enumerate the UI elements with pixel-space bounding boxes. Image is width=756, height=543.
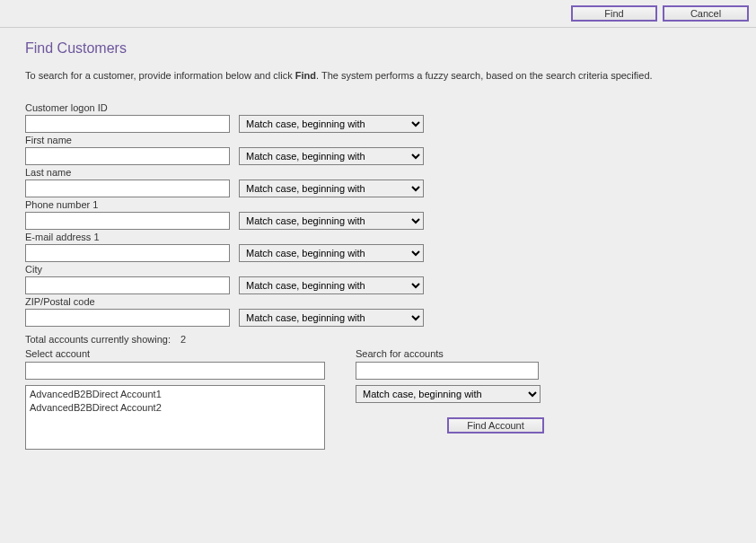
find-account-row: Find Account xyxy=(356,417,544,434)
accounts-right: Search for accounts Match case, beginnin… xyxy=(356,348,544,434)
intro-text: To search for a customer, provide inform… xyxy=(25,69,731,83)
cancel-button[interactable]: Cancel xyxy=(663,5,749,22)
city-label: City xyxy=(25,264,731,275)
last-name-input[interactable] xyxy=(25,180,230,197)
find-account-button[interactable]: Find Account xyxy=(447,417,544,434)
zip-label: ZIP/Postal code xyxy=(25,296,731,307)
logon-input[interactable] xyxy=(25,115,230,133)
field-first-name: First name Match case, beginning with xyxy=(25,135,731,165)
email1-match-select[interactable]: Match case, beginning with xyxy=(239,244,424,262)
field-phone1: Phone number 1 Match case, beginning wit… xyxy=(25,199,731,230)
content-area: Find Customers To search for a customer,… xyxy=(0,28,756,468)
intro-pre: To search for a customer, provide inform… xyxy=(25,70,295,81)
logon-label: Customer logon ID xyxy=(25,102,731,113)
list-item[interactable]: AdvancedB2BDirect Account1 xyxy=(30,388,321,401)
first-name-input[interactable] xyxy=(25,147,230,165)
totals-label: Total accounts currently showing: xyxy=(25,334,171,345)
first-name-match-select[interactable]: Match case, beginning with xyxy=(239,147,424,165)
field-email1: E-mail address 1 Match case, beginning w… xyxy=(25,232,731,262)
search-accounts-input[interactable] xyxy=(356,362,539,380)
selected-account-input[interactable] xyxy=(25,362,325,380)
logon-match-select[interactable]: Match case, beginning with xyxy=(239,115,424,133)
totals-row: Total accounts currently showing: 2 xyxy=(25,334,731,345)
zip-match-select[interactable]: Match case, beginning with xyxy=(239,309,424,327)
phone1-match-select[interactable]: Match case, beginning with xyxy=(239,212,424,230)
last-name-label: Last name xyxy=(25,167,731,178)
field-zip: ZIP/Postal code Match case, beginning wi… xyxy=(25,296,731,327)
select-account-label: Select account xyxy=(25,348,325,359)
page-title: Find Customers xyxy=(25,40,731,57)
search-accounts-match-select[interactable]: Match case, beginning with xyxy=(356,385,541,403)
account-listbox[interactable]: AdvancedB2BDirect Account1 AdvancedB2BDi… xyxy=(25,385,325,450)
city-input[interactable] xyxy=(25,276,230,294)
phone1-input[interactable] xyxy=(25,212,230,230)
intro-bold: Find xyxy=(295,70,316,81)
top-toolbar: Find Cancel xyxy=(0,0,756,28)
field-logon: Customer logon ID Match case, beginning … xyxy=(25,102,731,133)
field-city: City Match case, beginning with xyxy=(25,264,731,294)
field-last-name: Last name Match case, beginning with xyxy=(25,167,731,197)
zip-input[interactable] xyxy=(25,309,230,327)
accounts-left: Select account AdvancedB2BDirect Account… xyxy=(25,348,325,450)
first-name-label: First name xyxy=(25,135,731,145)
last-name-match-select[interactable]: Match case, beginning with xyxy=(239,180,424,197)
totals-count: 2 xyxy=(180,334,186,345)
list-item[interactable]: AdvancedB2BDirect Account2 xyxy=(30,401,321,415)
email1-input[interactable] xyxy=(25,244,230,262)
city-match-select[interactable]: Match case, beginning with xyxy=(239,276,424,294)
intro-post: . The system performs a fuzzy search, ba… xyxy=(316,70,653,81)
search-accounts-label: Search for accounts xyxy=(356,348,544,359)
phone1-label: Phone number 1 xyxy=(25,199,731,210)
accounts-section: Select account AdvancedB2BDirect Account… xyxy=(25,348,731,450)
find-button[interactable]: Find xyxy=(571,5,657,22)
email1-label: E-mail address 1 xyxy=(25,232,731,242)
